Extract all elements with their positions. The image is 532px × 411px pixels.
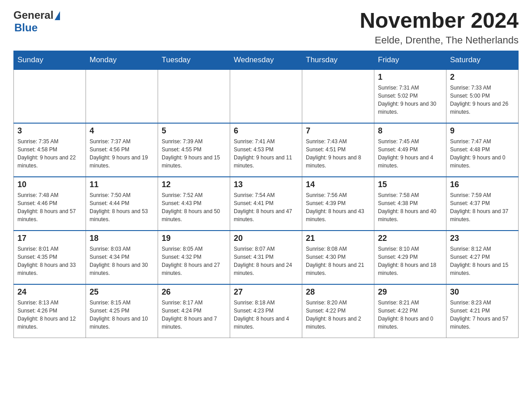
day-info: Sunrise: 8:13 AMSunset: 4:26 PMDaylight:… [17, 299, 82, 331]
weekday-header-monday: Monday [86, 51, 158, 69]
day-info: Sunrise: 8:15 AMSunset: 4:25 PMDaylight:… [90, 299, 154, 331]
calendar-subtitle: Eelde, Drenthe, The Netherlands [360, 34, 519, 46]
weekday-header-tuesday: Tuesday [158, 51, 230, 69]
day-number: 18 [90, 234, 154, 243]
day-cell: 9Sunrise: 7:47 AMSunset: 4:48 PMDaylight… [446, 123, 519, 177]
day-info: Sunrise: 8:21 AMSunset: 4:22 PMDaylight:… [378, 299, 442, 331]
day-number: 9 [450, 126, 515, 136]
day-cell: 7Sunrise: 7:43 AMSunset: 4:51 PMDaylight… [302, 123, 374, 177]
day-number: 2 [450, 73, 515, 82]
weekday-header-friday: Friday [374, 51, 446, 69]
logo-general-text: General [13, 9, 53, 21]
day-info: Sunrise: 7:31 AMSunset: 5:02 PMDaylight:… [378, 84, 442, 116]
day-info: Sunrise: 8:10 AMSunset: 4:29 PMDaylight:… [378, 245, 442, 277]
day-info: Sunrise: 7:41 AMSunset: 4:53 PMDaylight:… [234, 137, 298, 170]
day-number: 19 [162, 234, 226, 243]
day-info: Sunrise: 7:43 AMSunset: 4:51 PMDaylight:… [306, 137, 370, 170]
day-cell: 12Sunrise: 7:52 AMSunset: 4:43 PMDayligh… [158, 177, 230, 231]
day-info: Sunrise: 7:39 AMSunset: 4:55 PMDaylight:… [162, 137, 226, 170]
day-cell: 25Sunrise: 8:15 AMSunset: 4:25 PMDayligh… [86, 284, 158, 338]
day-number: 24 [17, 287, 82, 297]
day-number: 27 [234, 287, 298, 297]
day-cell: 3Sunrise: 7:35 AMSunset: 4:58 PMDaylight… [14, 123, 86, 177]
day-info: Sunrise: 7:56 AMSunset: 4:39 PMDaylight:… [306, 191, 370, 223]
weekday-header-row: SundayMondayTuesdayWednesdayThursdayFrid… [14, 51, 519, 69]
day-info: Sunrise: 8:01 AMSunset: 4:35 PMDaylight:… [17, 245, 82, 277]
day-info: Sunrise: 7:54 AMSunset: 4:41 PMDaylight:… [234, 191, 298, 223]
day-cell: 1Sunrise: 7:31 AMSunset: 5:02 PMDaylight… [374, 69, 446, 123]
day-cell: 23Sunrise: 8:12 AMSunset: 4:27 PMDayligh… [446, 231, 519, 284]
day-number: 11 [90, 180, 154, 189]
day-number: 30 [450, 287, 515, 297]
day-cell: 13Sunrise: 7:54 AMSunset: 4:41 PMDayligh… [230, 177, 302, 231]
day-number: 15 [378, 180, 442, 189]
day-number: 22 [378, 234, 442, 243]
day-info: Sunrise: 7:35 AMSunset: 4:58 PMDaylight:… [17, 137, 82, 170]
day-cell: 14Sunrise: 7:56 AMSunset: 4:39 PMDayligh… [302, 177, 374, 231]
day-number: 16 [450, 180, 515, 189]
weekday-header-wednesday: Wednesday [230, 51, 302, 69]
day-info: Sunrise: 8:18 AMSunset: 4:23 PMDaylight:… [234, 299, 298, 331]
day-info: Sunrise: 8:12 AMSunset: 4:27 PMDaylight:… [450, 245, 515, 277]
weekday-header-thursday: Thursday [302, 51, 374, 69]
day-info: Sunrise: 8:07 AMSunset: 4:31 PMDaylight:… [234, 245, 298, 277]
day-cell: 16Sunrise: 7:59 AMSunset: 4:37 PMDayligh… [446, 177, 519, 231]
calendar-title: November 2024 [360, 9, 519, 33]
day-number: 10 [17, 180, 82, 189]
day-number: 3 [17, 126, 82, 136]
day-cell: 20Sunrise: 8:07 AMSunset: 4:31 PMDayligh… [230, 231, 302, 284]
day-number: 20 [234, 234, 298, 243]
day-number: 17 [17, 234, 82, 243]
logo-triangle-icon [55, 11, 60, 20]
day-number: 26 [162, 287, 226, 297]
day-info: Sunrise: 7:50 AMSunset: 4:44 PMDaylight:… [90, 191, 154, 223]
logo-blue-text: Blue [14, 21, 38, 34]
day-cell: 19Sunrise: 8:05 AMSunset: 4:32 PMDayligh… [158, 231, 230, 284]
day-cell: 15Sunrise: 7:58 AMSunset: 4:38 PMDayligh… [374, 177, 446, 231]
day-number: 23 [450, 234, 515, 243]
day-number: 21 [306, 234, 370, 243]
day-info: Sunrise: 8:23 AMSunset: 4:21 PMDaylight:… [450, 299, 515, 331]
weekday-header-sunday: Sunday [14, 51, 86, 69]
day-number: 25 [90, 287, 154, 297]
day-cell: 6Sunrise: 7:41 AMSunset: 4:53 PMDaylight… [230, 123, 302, 177]
day-cell: 24Sunrise: 8:13 AMSunset: 4:26 PMDayligh… [14, 284, 86, 338]
day-cell: 21Sunrise: 8:08 AMSunset: 4:30 PMDayligh… [302, 231, 374, 284]
day-info: Sunrise: 7:48 AMSunset: 4:46 PMDaylight:… [17, 191, 82, 223]
day-info: Sunrise: 8:17 AMSunset: 4:24 PMDaylight:… [162, 299, 226, 331]
day-cell [14, 69, 86, 123]
day-info: Sunrise: 7:33 AMSunset: 5:00 PMDaylight:… [450, 84, 515, 116]
day-number: 7 [306, 126, 370, 136]
week-row-5: 24Sunrise: 8:13 AMSunset: 4:26 PMDayligh… [14, 284, 519, 338]
week-row-2: 3Sunrise: 7:35 AMSunset: 4:58 PMDaylight… [14, 123, 519, 177]
day-number: 13 [234, 180, 298, 189]
day-number: 29 [378, 287, 442, 297]
day-cell: 2Sunrise: 7:33 AMSunset: 5:00 PMDaylight… [446, 69, 519, 123]
day-cell [158, 69, 230, 123]
day-number: 4 [90, 126, 154, 136]
day-number: 14 [306, 180, 370, 189]
day-info: Sunrise: 7:59 AMSunset: 4:37 PMDaylight:… [450, 191, 515, 223]
day-cell: 4Sunrise: 7:37 AMSunset: 4:56 PMDaylight… [86, 123, 158, 177]
week-row-1: 1Sunrise: 7:31 AMSunset: 5:02 PMDaylight… [14, 69, 519, 123]
page-header: General Blue November 2024 Eelde, Drenth… [13, 9, 519, 46]
day-cell: 8Sunrise: 7:45 AMSunset: 4:49 PMDaylight… [374, 123, 446, 177]
day-cell: 26Sunrise: 8:17 AMSunset: 4:24 PMDayligh… [158, 284, 230, 338]
day-info: Sunrise: 8:08 AMSunset: 4:30 PMDaylight:… [306, 245, 370, 277]
day-cell: 10Sunrise: 7:48 AMSunset: 4:46 PMDayligh… [14, 177, 86, 231]
day-info: Sunrise: 7:47 AMSunset: 4:48 PMDaylight:… [450, 137, 515, 170]
day-info: Sunrise: 7:58 AMSunset: 4:38 PMDaylight:… [378, 191, 442, 223]
day-cell: 28Sunrise: 8:20 AMSunset: 4:22 PMDayligh… [302, 284, 374, 338]
day-info: Sunrise: 7:45 AMSunset: 4:49 PMDaylight:… [378, 137, 442, 170]
week-row-3: 10Sunrise: 7:48 AMSunset: 4:46 PMDayligh… [14, 177, 519, 231]
day-number: 1 [378, 73, 442, 82]
day-info: Sunrise: 8:05 AMSunset: 4:32 PMDaylight:… [162, 245, 226, 277]
day-number: 28 [306, 287, 370, 297]
logo: General Blue [13, 9, 60, 34]
week-row-4: 17Sunrise: 8:01 AMSunset: 4:35 PMDayligh… [14, 231, 519, 284]
day-cell: 27Sunrise: 8:18 AMSunset: 4:23 PMDayligh… [230, 284, 302, 338]
day-cell [230, 69, 302, 123]
day-cell: 11Sunrise: 7:50 AMSunset: 4:44 PMDayligh… [86, 177, 158, 231]
day-cell: 18Sunrise: 8:03 AMSunset: 4:34 PMDayligh… [86, 231, 158, 284]
day-cell: 5Sunrise: 7:39 AMSunset: 4:55 PMDaylight… [158, 123, 230, 177]
